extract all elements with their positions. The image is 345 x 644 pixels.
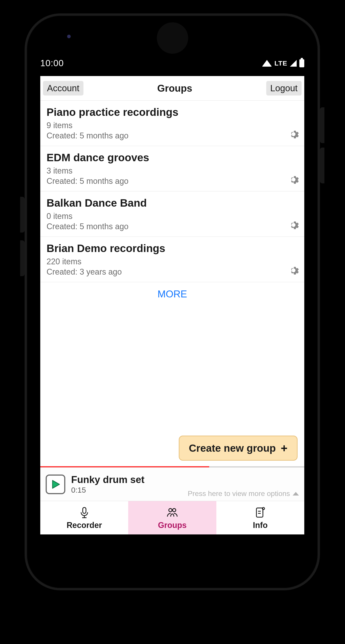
volume-down-button	[20, 240, 25, 276]
player-hint-label: Press here to view more options	[188, 490, 290, 498]
group-settings-button[interactable]	[287, 264, 300, 277]
groups-list: Piano practice recordings9 itemsCreated:…	[40, 100, 304, 282]
play-icon	[51, 480, 60, 489]
volume-up-button	[20, 197, 25, 232]
info-icon	[254, 506, 267, 519]
group-created: Created: 5 months ago	[47, 131, 298, 140]
tab-groups[interactable]: Groups	[128, 501, 216, 534]
microphone-icon	[78, 506, 91, 519]
group-settings-button[interactable]	[287, 128, 300, 141]
svg-rect-1	[83, 507, 86, 514]
group-row[interactable]: Brian Demo recordings220 itemsCreated: 3…	[40, 237, 304, 282]
status-bar: 10:00 LTE	[40, 58, 304, 68]
app-screen: Account Groups Logout Piano practice rec…	[40, 76, 304, 534]
groups-icon	[166, 506, 179, 519]
group-settings-button[interactable]	[287, 174, 300, 186]
gear-icon	[288, 264, 299, 277]
gear-icon	[288, 174, 299, 186]
group-item-count: 9 items	[47, 121, 298, 130]
logout-button[interactable]: Logout	[266, 81, 302, 96]
group-title: Piano practice recordings	[47, 106, 298, 119]
gear-icon	[288, 219, 299, 232]
create-group-label: Create new group	[189, 442, 276, 454]
group-row[interactable]: EDM dance grooves3 itemsCreated: 5 month…	[40, 146, 304, 192]
svg-rect-6	[256, 508, 263, 517]
account-button[interactable]: Account	[43, 81, 84, 96]
signal-icon	[290, 60, 297, 67]
svg-marker-0	[53, 480, 60, 488]
group-item-count: 3 items	[47, 166, 298, 176]
app-bar: Account Groups Logout	[40, 76, 304, 100]
group-row[interactable]: Balkan Dance Band0 itemsCreated: 5 month…	[40, 192, 304, 237]
tab-recorder-label: Recorder	[67, 520, 102, 530]
group-created: Created: 3 years ago	[47, 267, 298, 276]
group-created: Created: 5 months ago	[47, 222, 298, 231]
chevron-up-icon	[293, 492, 299, 496]
track-title: Funky drum set	[71, 474, 145, 485]
page-title: Groups	[157, 83, 192, 94]
network-label: LTE	[274, 60, 287, 67]
group-item-count: 0 items	[47, 212, 298, 221]
side-button	[320, 148, 324, 183]
track-time: 0:15	[71, 486, 145, 494]
front-camera	[67, 35, 71, 38]
tab-groups-label: Groups	[158, 520, 187, 530]
player-options-hint[interactable]: Press here to view more options	[188, 490, 299, 498]
svg-point-5	[173, 508, 176, 512]
group-title: Balkan Dance Band	[47, 196, 298, 210]
group-item-count: 220 items	[47, 257, 298, 266]
tab-recorder[interactable]: Recorder	[40, 501, 128, 534]
more-button[interactable]: MORE	[158, 288, 187, 300]
tab-info[interactable]: Info	[216, 501, 304, 534]
track-info: Funky drum set 0:15	[71, 474, 145, 494]
group-title: EDM dance grooves	[47, 151, 298, 164]
gear-icon	[288, 128, 299, 141]
tab-info-label: Info	[253, 520, 268, 530]
svg-point-7	[262, 507, 265, 510]
status-time: 10:00	[40, 58, 64, 68]
svg-point-4	[169, 508, 172, 512]
phone-speaker	[157, 22, 188, 54]
battery-icon	[299, 59, 304, 67]
play-button[interactable]	[46, 474, 65, 494]
group-settings-button[interactable]	[287, 219, 300, 232]
create-group-button[interactable]: Create new group +	[179, 436, 297, 461]
power-button	[320, 107, 324, 143]
group-created: Created: 5 months ago	[47, 176, 298, 186]
tab-bar: Recorder Groups	[40, 501, 304, 534]
mini-player[interactable]: Funky drum set 0:15 Press here to view m…	[40, 467, 304, 501]
group-title: Brian Demo recordings	[47, 242, 298, 255]
group-row[interactable]: Piano practice recordings9 itemsCreated:…	[40, 100, 304, 146]
wifi-icon	[262, 60, 272, 67]
more-row: MORE	[40, 282, 304, 306]
